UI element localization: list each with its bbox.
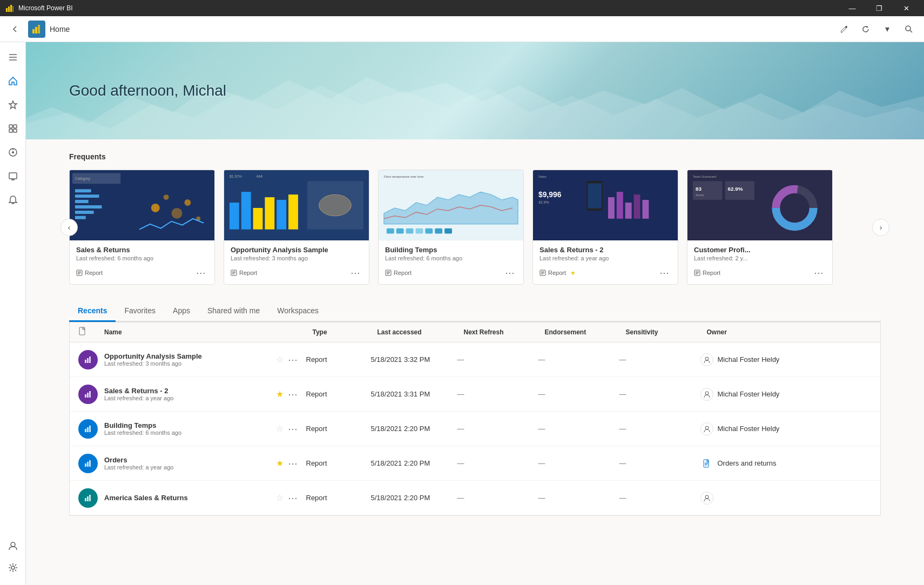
card-menu-customer[interactable]: ⋯ — [812, 266, 826, 280]
row-dots-4[interactable]: ⋯ — [288, 492, 298, 504]
svg-point-24 — [11, 542, 15, 547]
row-star-1[interactable]: ★ — [276, 389, 284, 399]
table-row[interactable]: Opportunity Analysis Sample Last refresh… — [70, 342, 880, 377]
sidebar-item-menu[interactable] — [2, 46, 24, 68]
table-row[interactable]: Building Temps Last refreshed: 6 months … — [70, 412, 880, 446]
row-dots-1[interactable]: ⋯ — [288, 388, 298, 400]
card-menu-sales2[interactable]: ⋯ — [657, 266, 671, 280]
sidebar-bottom — [2, 535, 24, 579]
sidebar-item-account[interactable] — [2, 535, 24, 557]
person-icon-4 — [703, 494, 711, 502]
card-sales-returns-2[interactable]: Sales $9,996 — [532, 170, 678, 285]
dataset-icon-0 — [84, 355, 92, 364]
refresh-dropdown-button[interactable]: ▾ — [879, 21, 896, 38]
svg-rect-112 — [89, 426, 91, 432]
sidebar-item-notifications[interactable] — [2, 189, 24, 211]
sidebar-item-home[interactable] — [2, 70, 24, 92]
svg-rect-50 — [265, 197, 274, 230]
card-menu-building[interactable]: ⋯ — [503, 266, 517, 280]
refresh-button[interactable] — [857, 21, 874, 38]
card-opportunity[interactable]: $1.97m 444 — [224, 170, 369, 285]
card-building-temps[interactable]: Floor temperature over time — [378, 170, 524, 285]
svg-line-10 — [910, 30, 912, 32]
card-footer-building: Report ⋯ — [385, 266, 517, 280]
card-sales-returns[interactable]: Category — [69, 170, 215, 285]
row-star-0[interactable]: ☆ — [276, 354, 284, 365]
row-actions-3: ★ ⋯ — [276, 458, 298, 469]
svg-rect-2 — [10, 5, 12, 12]
tab-apps[interactable]: Apps — [164, 302, 199, 322]
row-endorsement-4: — — [538, 494, 619, 502]
sidebar-item-settings[interactable] — [2, 557, 24, 579]
sidebar-item-apps[interactable] — [2, 118, 24, 139]
owner-name-2: Michal Foster Heldy — [718, 425, 780, 433]
svg-text:42.9%: 42.9% — [538, 200, 549, 204]
row-icon-0 — [78, 350, 98, 369]
sidebar-item-metrics[interactable] — [2, 142, 24, 163]
row-owner-0: Michal Foster Heldy — [700, 353, 872, 366]
owner-avatar-0 — [700, 353, 713, 366]
owner-name-3: Orders and returns — [718, 459, 777, 467]
owner-name-1: Michal Foster Heldy — [718, 390, 780, 398]
svg-text:$1.97m: $1.97m — [230, 174, 242, 178]
dataset-icon-2 — [84, 425, 92, 433]
hero-banner: Good afternoon, Michal — [26, 42, 924, 139]
refresh-icon — [861, 25, 870, 33]
edit-button[interactable] — [835, 21, 853, 38]
row-dots-0[interactable]: ⋯ — [288, 354, 298, 366]
card-info-sales2: Sales & Returns - 2 Last refreshed: a ye… — [533, 240, 678, 284]
back-button[interactable] — [6, 21, 24, 38]
search-button[interactable] — [900, 21, 918, 38]
row-star-2[interactable]: ☆ — [276, 423, 284, 434]
table-row[interactable]: Orders Last refreshed: a year ago ★ ⋯ Re… — [70, 446, 880, 481]
titlebar-controls[interactable]: — ❐ ✕ — [840, 0, 919, 16]
search-icon — [905, 25, 913, 33]
powerbi-logo-icon — [5, 4, 14, 12]
card-type-sales2: Report ★ — [539, 270, 576, 277]
table-row[interactable]: Sales & Returns - 2 Last refreshed: a ye… — [70, 377, 880, 412]
minimize-button[interactable]: — — [840, 0, 865, 16]
svg-rect-104 — [89, 357, 91, 363]
close-button[interactable]: ✕ — [894, 0, 919, 16]
row-name-4: America Sales & Returns — [104, 494, 276, 502]
card-menu-opportunity[interactable]: ⋯ — [348, 266, 362, 280]
card-customer[interactable]: Team Scorecard 83 Score 62.9% — [687, 170, 833, 285]
card-menu-sales-returns[interactable]: ⋯ — [194, 266, 208, 280]
tab-recents[interactable]: Recents — [69, 302, 116, 322]
svg-rect-49 — [253, 208, 263, 230]
svg-rect-107 — [87, 393, 89, 398]
svg-rect-64 — [415, 228, 423, 234]
tab-favorites[interactable]: Favorites — [116, 302, 164, 322]
apps-icon — [8, 124, 18, 133]
card-sub-sales2: Last refreshed: a year ago — [539, 255, 671, 261]
maximize-button[interactable]: ❐ — [867, 0, 892, 16]
svg-rect-30 — [75, 194, 99, 198]
row-star-3[interactable]: ★ — [276, 458, 284, 468]
th-owner: Owner — [707, 328, 872, 336]
row-type-4: Report — [306, 494, 371, 502]
svg-rect-103 — [87, 358, 89, 363]
table-header: Name Type Last accessed Next Refresh End… — [70, 322, 880, 342]
tab-shared[interactable]: Shared with me — [199, 302, 268, 322]
bell-icon — [8, 195, 18, 205]
svg-rect-106 — [85, 394, 86, 398]
cards-prev-button[interactable]: ‹ — [60, 219, 78, 236]
cards-next-button[interactable]: › — [872, 219, 889, 236]
svg-rect-76 — [608, 197, 615, 219]
row-dots-2[interactable]: ⋯ — [288, 423, 298, 435]
sidebar-item-favorites[interactable] — [2, 94, 24, 116]
row-star-4[interactable]: ☆ — [276, 493, 284, 503]
row-sensitivity-3: — — [619, 459, 700, 467]
table-row[interactable]: America Sales & Returns ☆ ⋯ Report 5/18/… — [70, 481, 880, 515]
svg-text:Score: Score — [696, 193, 704, 197]
svg-rect-63 — [406, 228, 414, 234]
row-dots-3[interactable]: ⋯ — [288, 458, 298, 469]
card-sub-building: Last refreshed: 6 months ago — [385, 255, 517, 261]
row-refresh-2: — — [457, 425, 538, 433]
main-layout: Good afternoon, Michal Frequents ‹ Categ… — [0, 42, 924, 585]
sidebar-item-activity[interactable] — [2, 165, 24, 187]
report-icon-5 — [694, 270, 700, 276]
tab-workspaces[interactable]: Workspaces — [268, 302, 327, 322]
row-type-2: Report — [306, 425, 371, 433]
row-sub-0: Last refreshed: 3 months ago — [104, 360, 276, 367]
